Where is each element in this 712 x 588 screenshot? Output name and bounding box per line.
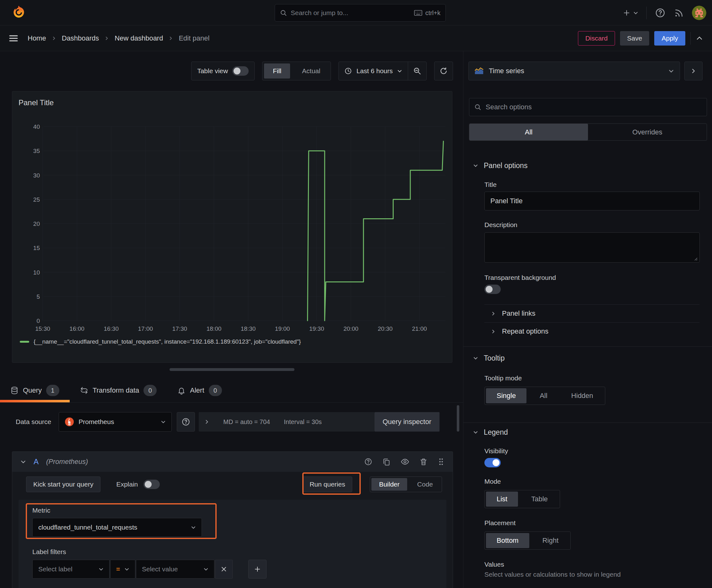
tooltip-single-option[interactable]: Single xyxy=(486,388,526,403)
query-inspector-button[interactable]: Query inspector xyxy=(374,412,439,432)
remove-filter-button[interactable] xyxy=(215,560,233,579)
drag-handle-icon[interactable] xyxy=(438,458,445,466)
datasource-help-button[interactable] xyxy=(177,412,195,432)
query-ref-id: A xyxy=(34,457,39,466)
tab-all[interactable]: All xyxy=(469,124,588,141)
time-series-viz-icon xyxy=(474,67,484,75)
time-range-picker[interactable]: Last 6 hours xyxy=(339,67,408,75)
tooltip-all-option[interactable]: All xyxy=(529,388,558,403)
toggle-visibility-icon[interactable] xyxy=(401,457,409,466)
legend-section-header[interactable]: Legend xyxy=(463,425,712,439)
datasource-picker[interactable]: Prometheus xyxy=(59,412,172,432)
scrollbar-thumb[interactable] xyxy=(457,405,459,432)
tooltip-heading: Tooltip xyxy=(484,354,504,362)
query-options-bar[interactable]: MD = auto = 704 Interval = 30s xyxy=(199,412,374,432)
query-help-icon[interactable] xyxy=(364,458,372,466)
label-filters-row: Select label = Select value xyxy=(33,560,447,579)
refresh-button[interactable] xyxy=(434,62,453,80)
svg-text:16:00: 16:00 xyxy=(69,326,84,332)
tab-query[interactable]: Query 1 xyxy=(0,378,70,402)
zoom-out-button[interactable] xyxy=(408,62,426,80)
datasource-label: Data source xyxy=(16,418,51,426)
kick-start-button[interactable]: Kick start your query xyxy=(26,477,101,492)
chevron-down-icon[interactable] xyxy=(20,459,26,465)
metric-select[interactable]: cloudflared_tunnel_total_requests xyxy=(33,518,202,537)
placement-bottom-option[interactable]: Bottom xyxy=(486,533,529,548)
legend-list-option[interactable]: List xyxy=(486,491,518,507)
explain-toggle[interactable] xyxy=(144,480,160,489)
visualization-picker[interactable]: Time series xyxy=(468,62,680,80)
collapse-options-pane-button[interactable] xyxy=(696,35,703,42)
actual-option[interactable]: Actual xyxy=(293,63,329,79)
repeat-options-label: Repeat options xyxy=(502,327,548,335)
time-series-chart[interactable]: 051015202530354015:3016:0016:3017:0017:3… xyxy=(12,91,452,362)
duplicate-query-icon[interactable] xyxy=(382,458,390,466)
operator-dropdown[interactable]: = xyxy=(110,560,135,579)
table-view-toggle[interactable] xyxy=(232,66,249,76)
search-icon xyxy=(280,9,287,16)
breadcrumb-dashboards[interactable]: Dashboards xyxy=(62,34,99,42)
add-new-button[interactable] xyxy=(623,9,638,17)
alert-count-badge: 0 xyxy=(209,385,222,396)
panel-options-heading: Panel options xyxy=(484,162,527,170)
panel-resize-handle[interactable] xyxy=(170,368,295,371)
options-search[interactable] xyxy=(469,98,707,116)
chart-panel[interactable]: Panel Title 051015202530354015:3016:0016… xyxy=(12,91,452,363)
fill-option[interactable]: Fill xyxy=(264,63,290,79)
panel-links-section[interactable]: Panel links xyxy=(463,305,712,322)
query-editor-card: A (Prometheus) Kick start your query Exp… xyxy=(12,451,453,588)
chevron-down-icon xyxy=(99,567,104,572)
transparent-background-toggle[interactable] xyxy=(484,285,501,294)
bell-icon xyxy=(177,386,186,395)
tooltip-hidden-option[interactable]: Hidden xyxy=(561,388,604,403)
legend-visibility-toggle[interactable] xyxy=(484,458,501,467)
select-value-dropdown[interactable]: Select value xyxy=(136,560,214,579)
svg-text:5: 5 xyxy=(37,293,40,300)
apply-button[interactable]: Apply xyxy=(654,31,685,45)
svg-text:19:30: 19:30 xyxy=(309,326,324,332)
select-label-dropdown[interactable]: Select label xyxy=(33,560,110,579)
fill-actual-switch: Fill Actual xyxy=(262,62,331,80)
svg-text:20:30: 20:30 xyxy=(377,326,393,332)
tab-overrides[interactable]: Overrides xyxy=(588,124,707,141)
repeat-options-section[interactable]: Repeat options xyxy=(463,322,712,340)
time-range-control: Last 6 hours xyxy=(339,62,427,80)
placement-right-option[interactable]: Right xyxy=(532,533,569,548)
breadcrumb-new-dashboard[interactable]: New dashboard xyxy=(114,34,163,42)
description-textarea[interactable] xyxy=(484,232,700,262)
chevron-down-icon xyxy=(124,567,129,572)
search-input[interactable] xyxy=(291,9,410,17)
chart-legend-item[interactable]: {__name__="cloudflared_tunnel_total_requ… xyxy=(20,338,301,345)
svg-text:18:00: 18:00 xyxy=(207,326,222,332)
code-option[interactable]: Code xyxy=(410,478,440,491)
discard-button[interactable]: Discard xyxy=(578,31,615,45)
user-avatar[interactable] xyxy=(692,6,706,20)
keyboard-icon xyxy=(414,10,422,16)
grafana-logo-icon[interactable] xyxy=(11,5,26,20)
divider xyxy=(646,6,647,19)
help-icon[interactable] xyxy=(655,7,666,18)
panel-title-input[interactable] xyxy=(484,192,700,210)
tab-alert[interactable]: Alert 0 xyxy=(167,378,232,402)
options-search-input[interactable] xyxy=(486,103,702,111)
resize-grip-icon[interactable] xyxy=(693,256,697,261)
legend-table-option[interactable]: Table xyxy=(520,491,559,507)
breadcrumb-home[interactable]: Home xyxy=(28,34,46,42)
toggle-viz-pane-button[interactable] xyxy=(684,62,703,80)
news-rss-icon[interactable] xyxy=(674,8,684,18)
delete-query-icon[interactable] xyxy=(419,458,428,466)
add-filter-button[interactable] xyxy=(248,560,266,579)
save-button[interactable]: Save xyxy=(620,31,649,45)
tab-transform-data[interactable]: Transform data 0 xyxy=(70,378,167,402)
visibility-label: Visibility xyxy=(484,447,712,455)
query-row-header[interactable]: A (Prometheus) xyxy=(12,452,453,472)
chevron-down-icon xyxy=(397,68,402,74)
tooltip-section-header[interactable]: Tooltip xyxy=(463,351,712,365)
menu-icon[interactable] xyxy=(9,35,18,42)
global-search[interactable]: ctrl+k xyxy=(275,4,446,22)
panel-view-toolbar: Table view Fill Actual Last 6 hours xyxy=(0,62,453,80)
run-queries-button[interactable]: Run queries xyxy=(302,477,352,492)
builder-option[interactable]: Builder xyxy=(371,478,407,491)
panel-options-section-header[interactable]: Panel options xyxy=(463,159,712,172)
table-view-label: Table view xyxy=(197,67,228,75)
